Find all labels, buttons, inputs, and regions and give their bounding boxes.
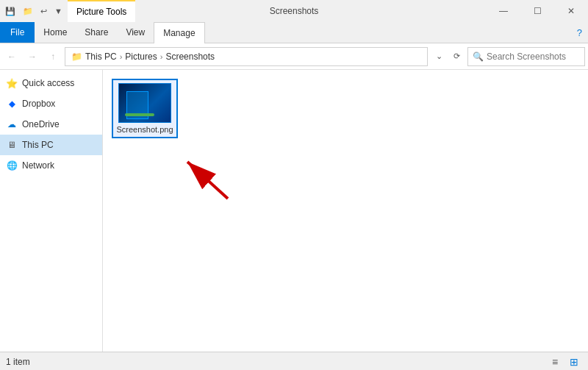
sidebar-label-network: Network [22, 160, 54, 171]
file-thumbnail [118, 83, 171, 123]
onedrive-icon: ☁ [6, 118, 18, 130]
star-icon: ⭐ [6, 77, 18, 89]
file-item[interactable]: Screenshot.png [112, 79, 178, 138]
tab-home[interactable]: Home [35, 22, 76, 43]
main-content: ⭐ Quick access ◆ Dropbox ☁ OneDrive 🖥 Th… [0, 70, 588, 352]
sidebar-item-network[interactable]: 🌐 Network [0, 155, 102, 176]
close-button[interactable]: ✕ [554, 0, 588, 22]
view-toggle: ≡ ⊞ [547, 355, 582, 369]
sidebar: ⭐ Quick access ◆ Dropbox ☁ OneDrive 🖥 Th… [0, 70, 103, 352]
ribbon: File Home Share View Manage ? [0, 22, 588, 43]
sidebar-label-dropbox: Dropbox [22, 99, 55, 109]
search-icon: 🔍 [473, 51, 484, 62]
title-bar: 💾 📁 ↩ ▼ Picture Tools Screenshots — ☐ ✕ [0, 0, 588, 22]
back-button[interactable]: ← [3, 48, 21, 65]
address-bar[interactable]: 📁 This PC › Pictures › Screenshots [65, 47, 428, 66]
network-icon: 🌐 [6, 160, 18, 171]
tab-manage[interactable]: Manage [154, 22, 204, 43]
dropbox-icon: ◆ [6, 98, 18, 110]
tab-share[interactable]: Share [76, 22, 117, 43]
sidebar-label-onedrive: OneDrive [22, 119, 60, 129]
address-right-buttons: ⌄ ⟳ [431, 47, 465, 66]
help-button[interactable]: ? [571, 22, 588, 43]
breadcrumb-screenshots[interactable]: Screenshots [165, 51, 215, 62]
breadcrumb-separator-2: › [160, 52, 163, 61]
folder-icon: 📁 [71, 51, 82, 62]
ribbon-tabs: File Home Share View Manage ? [0, 22, 588, 43]
sidebar-item-onedrive[interactable]: ☁ OneDrive [0, 114, 102, 135]
undo-button[interactable]: ↩ [38, 5, 49, 18]
status-bar: 1 item ≡ ⊞ [0, 352, 588, 370]
breadcrumb-this-pc[interactable]: This PC [85, 51, 117, 62]
file-name: Screenshot.png [116, 125, 173, 134]
sidebar-label-this-pc: This PC [22, 140, 54, 150]
maximize-button[interactable]: ☐ [520, 0, 554, 22]
window-title: Screenshots [270, 0, 319, 22]
customize-button[interactable]: ▼ [52, 5, 65, 17]
up-button[interactable]: ↑ [44, 48, 62, 65]
forward-button[interactable]: → [24, 48, 41, 65]
breadcrumb-separator-1: › [120, 52, 123, 61]
item-count: 1 item [6, 357, 30, 367]
save-button[interactable]: 💾 [3, 5, 18, 18]
tab-view[interactable]: View [117, 22, 154, 43]
folder-button[interactable]: 📁 [21, 5, 35, 18]
search-input[interactable] [487, 51, 580, 62]
sidebar-item-quick-access[interactable]: ⭐ Quick access [0, 73, 102, 93]
thumbnail-preview [119, 84, 171, 122]
svg-line-1 [187, 162, 228, 199]
search-box[interactable]: 🔍 [467, 47, 585, 66]
sidebar-label-quick-access: Quick access [22, 78, 74, 88]
red-arrow-indicator [173, 154, 232, 206]
tab-file[interactable]: File [0, 22, 35, 43]
address-chevron-button[interactable]: ⌄ [431, 47, 447, 66]
breadcrumb-pictures[interactable]: Pictures [125, 51, 157, 62]
address-area: ← → ↑ 📁 This PC › Pictures › Screenshots… [0, 43, 588, 70]
pc-icon: 🖥 [6, 139, 18, 151]
quick-access-toolbar[interactable]: 💾 📁 ↩ ▼ [0, 0, 68, 22]
picture-tools-tab[interactable]: Picture Tools [68, 0, 135, 22]
refresh-button[interactable]: ⟳ [448, 47, 465, 66]
grid-view-button[interactable]: ⊞ [566, 355, 582, 369]
minimize-button[interactable]: — [487, 0, 520, 22]
sidebar-item-dropbox[interactable]: ◆ Dropbox [0, 93, 102, 114]
list-view-button[interactable]: ≡ [547, 355, 563, 369]
file-area[interactable]: Screenshot.png [103, 70, 588, 352]
window-controls: — ☐ ✕ [487, 0, 588, 22]
sidebar-item-this-pc[interactable]: 🖥 This PC [0, 135, 102, 155]
